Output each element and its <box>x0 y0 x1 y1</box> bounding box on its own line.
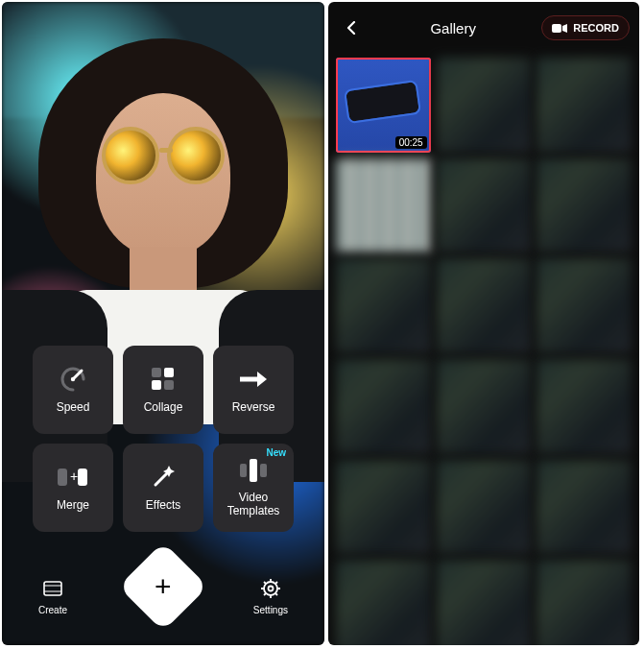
tool-reverse[interactable]: Reverse <box>213 346 294 434</box>
svg-rect-1 <box>152 368 161 377</box>
page-title: Gallery <box>430 20 476 36</box>
tool-label: Video Templates <box>213 492 294 518</box>
gallery-thumb[interactable] <box>537 560 632 645</box>
record-label: RECORD <box>573 22 619 34</box>
tool-merge[interactable]: + Merge <box>33 444 113 532</box>
gallery-grid: 00:25 <box>328 54 639 645</box>
svg-line-21 <box>275 593 277 595</box>
tool-grid: Speed Collage Reverse + Merge Effects <box>33 346 294 532</box>
gallery-thumb[interactable] <box>336 258 431 353</box>
nav-settings[interactable]: Settings <box>253 578 288 615</box>
tool-label: Effects <box>146 498 180 512</box>
svg-rect-5 <box>58 469 67 486</box>
svg-rect-2 <box>164 368 174 377</box>
svg-line-22 <box>275 582 277 584</box>
gallery-thumb[interactable] <box>437 359 532 454</box>
video-templates-icon <box>239 457 268 484</box>
svg-point-0 <box>71 377 75 381</box>
tool-label: Speed <box>57 400 90 414</box>
svg-rect-10 <box>260 464 267 477</box>
gear-icon <box>260 578 281 601</box>
gallery-screen: Gallery RECORD 00:25 <box>328 2 639 645</box>
svg-line-23 <box>264 593 266 595</box>
tool-label: Collage <box>144 400 183 414</box>
gallery-thumb[interactable] <box>336 158 431 253</box>
tool-label: Reverse <box>232 400 275 414</box>
gallery-thumb[interactable] <box>537 460 632 555</box>
svg-point-15 <box>268 586 273 590</box>
svg-rect-3 <box>152 380 161 390</box>
back-button[interactable] <box>338 14 365 41</box>
svg-text:+: + <box>70 469 78 484</box>
tool-effects[interactable]: Effects <box>123 444 203 532</box>
tool-collage[interactable]: Collage <box>123 346 203 434</box>
gallery-thumb[interactable] <box>537 258 632 353</box>
svg-rect-4 <box>164 380 174 390</box>
svg-rect-6 <box>78 469 87 486</box>
svg-rect-9 <box>250 459 257 482</box>
nav-label: Create <box>38 605 67 615</box>
nav-label: Settings <box>253 605 288 615</box>
gallery-thumb[interactable] <box>537 359 632 454</box>
new-badge: New <box>266 447 286 458</box>
gallery-thumb[interactable] <box>437 58 532 153</box>
tool-label: Merge <box>57 498 89 512</box>
nav-create[interactable]: Create <box>38 578 67 615</box>
reverse-icon <box>238 366 269 393</box>
chevron-left-icon <box>345 21 358 35</box>
filmstrip-icon <box>42 578 63 601</box>
gallery-thumb-selected[interactable]: 00:25 <box>336 58 431 153</box>
svg-line-20 <box>264 582 266 584</box>
home-screen: Speed Collage Reverse + Merge Effects <box>2 2 324 645</box>
gallery-thumb[interactable] <box>537 158 632 253</box>
speed-icon <box>59 366 87 393</box>
effects-icon <box>150 464 177 491</box>
duration-badge: 00:25 <box>395 136 427 149</box>
gallery-thumb[interactable] <box>336 560 431 645</box>
svg-point-14 <box>264 582 277 595</box>
gallery-thumb[interactable] <box>336 460 431 555</box>
plus-icon: + <box>155 572 172 601</box>
camera-icon <box>552 23 567 34</box>
merge-icon: + <box>57 464 89 491</box>
gallery-thumb[interactable] <box>437 258 532 353</box>
tool-speed[interactable]: Speed <box>33 346 113 434</box>
gallery-thumb[interactable] <box>437 460 532 555</box>
gallery-thumb[interactable] <box>437 158 532 253</box>
svg-rect-8 <box>240 464 247 477</box>
collage-icon <box>151 366 176 393</box>
svg-rect-11 <box>44 582 61 595</box>
svg-rect-24 <box>552 24 561 33</box>
gallery-thumb[interactable] <box>537 58 632 153</box>
tool-video-templates[interactable]: New Video Templates <box>213 444 294 532</box>
record-button[interactable]: RECORD <box>541 15 630 40</box>
gallery-thumb[interactable] <box>336 359 431 454</box>
gallery-thumb[interactable] <box>437 560 532 645</box>
gallery-topbar: Gallery RECORD <box>328 2 639 54</box>
